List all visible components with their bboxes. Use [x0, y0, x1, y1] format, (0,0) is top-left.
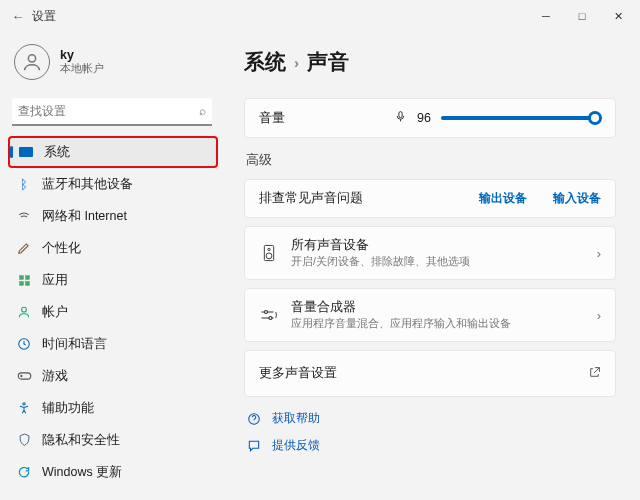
user-block[interactable]: ky 本地帐户 [8, 40, 218, 94]
search-box[interactable]: ⌕ [12, 98, 212, 126]
nav-item-network[interactable]: 网络和 Internet [8, 200, 218, 232]
svg-point-12 [266, 253, 272, 259]
svg-rect-3 [19, 281, 23, 285]
feedback-link[interactable]: 提供反馈 [244, 432, 616, 459]
nav-list: 系统ᛒ蓝牙和其他设备网络和 Internet个性化应用帐户时间和语言游戏辅助功能… [8, 136, 218, 488]
volume-slider[interactable] [441, 116, 601, 120]
output-device-link[interactable]: 输出设备 [479, 190, 527, 207]
svg-point-14 [269, 317, 272, 320]
nav-label: 游戏 [42, 368, 68, 385]
nav-item-accounts[interactable]: 帐户 [8, 296, 218, 328]
apps-icon [16, 272, 32, 288]
nav-item-bluetooth[interactable]: ᛒ蓝牙和其他设备 [8, 168, 218, 200]
svg-rect-9 [399, 112, 402, 118]
nav-label: 个性化 [42, 240, 81, 257]
svg-point-0 [28, 55, 35, 62]
nav-item-privacy[interactable]: 隐私和安全性 [8, 424, 218, 456]
search-icon: ⌕ [199, 104, 206, 118]
network-icon [16, 208, 32, 224]
nav-item-gaming[interactable]: 游戏 [8, 360, 218, 392]
gaming-icon [16, 368, 32, 384]
nav-item-apps[interactable]: 应用 [8, 264, 218, 296]
external-link-icon [588, 366, 601, 382]
speaker-icon [259, 244, 279, 262]
time-icon [16, 336, 32, 352]
svg-rect-2 [25, 275, 29, 279]
back-button[interactable]: ← [4, 9, 32, 24]
nav-label: 网络和 Internet [42, 208, 127, 225]
feedback-label: 提供反馈 [272, 437, 320, 454]
nav-label: 应用 [42, 272, 68, 289]
nav-label: 蓝牙和其他设备 [42, 176, 133, 193]
minimize-button[interactable]: ─ [528, 2, 564, 30]
footer-links: 获取帮助 提供反馈 [244, 405, 616, 459]
nav-label: 时间和语言 [42, 336, 107, 353]
close-button[interactable]: ✕ [600, 2, 636, 30]
svg-point-8 [23, 403, 25, 405]
nav-item-update[interactable]: Windows 更新 [8, 456, 218, 488]
maximize-button[interactable]: □ [564, 2, 600, 30]
volume-card[interactable]: 音量 96 [244, 98, 616, 138]
mixer-sub: 应用程序音量混合、应用程序输入和输出设备 [291, 317, 585, 331]
help-icon [246, 412, 262, 426]
volume-label: 音量 [259, 109, 285, 127]
update-icon [16, 464, 32, 480]
mixer-title: 音量合成器 [291, 299, 585, 316]
privacy-icon [16, 432, 32, 448]
breadcrumb-parent[interactable]: 系统 [244, 48, 286, 76]
troubleshoot-card: 排查常见声音问题 输出设备 输入设备 [244, 179, 616, 218]
svg-rect-1 [19, 275, 23, 279]
breadcrumb-current: 声音 [307, 48, 349, 76]
system-icon [18, 144, 34, 160]
bluetooth-icon: ᛒ [16, 176, 32, 192]
nav-label: 辅助功能 [42, 400, 94, 417]
accessibility-icon [16, 400, 32, 416]
feedback-icon [246, 439, 262, 453]
svg-point-11 [268, 248, 270, 250]
breadcrumb: 系统 › 声音 [244, 48, 616, 76]
search-input[interactable] [18, 104, 199, 118]
nav-item-accessibility[interactable]: 辅助功能 [8, 392, 218, 424]
volume-value: 96 [417, 111, 431, 125]
nav-label: 隐私和安全性 [42, 432, 120, 449]
svg-rect-4 [25, 281, 29, 285]
svg-point-5 [22, 307, 27, 312]
nav-item-time[interactable]: 时间和语言 [8, 328, 218, 360]
user-name: ky [60, 48, 104, 62]
advanced-heading: 高级 [246, 152, 616, 169]
titlebar: ← 设置 ─ □ ✕ [0, 0, 640, 32]
avatar-icon [14, 44, 50, 80]
chevron-right-icon: › [597, 308, 601, 323]
main-content: 系统 › 声音 音量 96 高级 排查常见声音问题 输出设备 输入设备 [220, 32, 640, 500]
more-sound-title: 更多声音设置 [259, 365, 337, 382]
nav-label: 帐户 [42, 304, 68, 321]
nav-item-system[interactable]: 系统 [8, 136, 218, 168]
microphone-icon[interactable] [394, 110, 407, 126]
user-type: 本地帐户 [60, 62, 104, 76]
troubleshoot-label: 排查常见声音问题 [259, 190, 363, 207]
svg-point-13 [265, 311, 268, 314]
get-help-link[interactable]: 获取帮助 [244, 405, 616, 432]
mixer-row[interactable]: 音量合成器 应用程序音量混合、应用程序输入和输出设备 › [244, 288, 616, 342]
get-help-label: 获取帮助 [272, 410, 320, 427]
mixer-icon [259, 308, 279, 322]
nav-label: Windows 更新 [42, 464, 122, 481]
accounts-icon [16, 304, 32, 320]
all-devices-row[interactable]: 所有声音设备 开启/关闭设备、排除故障、其他选项 › [244, 226, 616, 280]
all-devices-title: 所有声音设备 [291, 237, 585, 254]
nav-item-personalize[interactable]: 个性化 [8, 232, 218, 264]
more-sound-settings-row[interactable]: 更多声音设置 [244, 350, 616, 397]
chevron-right-icon: › [597, 246, 601, 261]
input-device-link[interactable]: 输入设备 [553, 190, 601, 207]
sidebar: ky 本地帐户 ⌕ 系统ᛒ蓝牙和其他设备网络和 Internet个性化应用帐户时… [0, 32, 220, 500]
all-devices-sub: 开启/关闭设备、排除故障、其他选项 [291, 255, 585, 269]
chevron-right-icon: › [294, 54, 299, 71]
nav-label: 系统 [44, 144, 70, 161]
personalize-icon [16, 240, 32, 256]
window-title: 设置 [32, 8, 56, 25]
